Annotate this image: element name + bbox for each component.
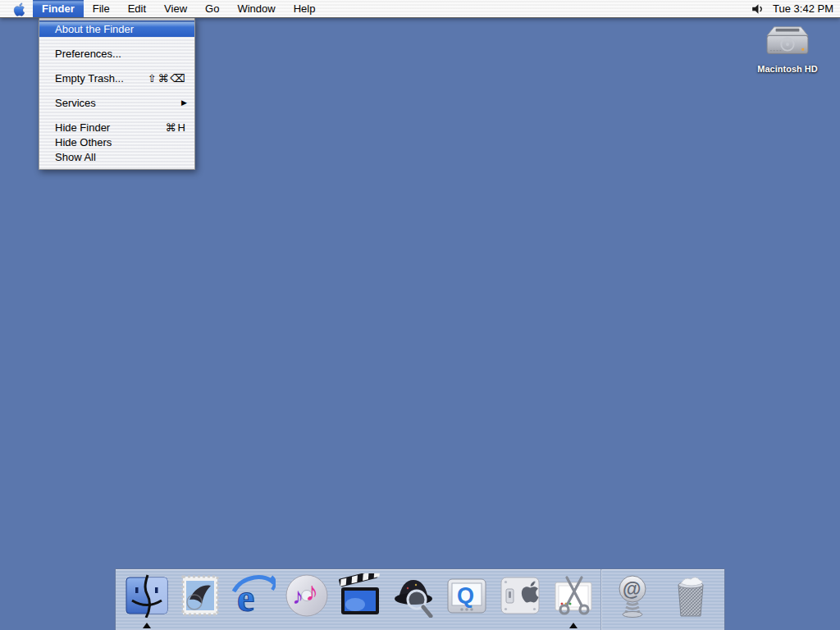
system-preferences-icon bbox=[498, 573, 542, 618]
trash-icon bbox=[669, 573, 713, 618]
svg-text:Q: Q bbox=[457, 583, 474, 608]
menu-separator bbox=[39, 37, 194, 46]
menu-title-view[interactable]: View bbox=[155, 0, 196, 17]
running-indicator bbox=[569, 623, 578, 628]
menu-item-hide-others[interactable]: Hide Others bbox=[39, 135, 194, 149]
menu-item-services[interactable]: Services ▶ bbox=[39, 95, 194, 110]
menu-titles: Finder File Edit View Go Window Help bbox=[33, 0, 324, 17]
menu-item-preferences[interactable]: Preferences... bbox=[39, 46, 194, 61]
dock-item-web-link[interactable]: @ bbox=[603, 573, 661, 629]
menu-separator bbox=[39, 61, 194, 71]
menu-item-label: About the Finder bbox=[55, 23, 134, 35]
menu-separator bbox=[39, 110, 194, 120]
dock-item-grab[interactable] bbox=[546, 573, 600, 629]
menu-title-finder[interactable]: Finder bbox=[33, 0, 84, 17]
menu-bar: Finder File Edit View Go Window Help Tue… bbox=[0, 0, 840, 18]
dock-item-mail[interactable] bbox=[173, 573, 226, 629]
menu-title-file[interactable]: File bbox=[84, 0, 119, 17]
menu-item-shortcut: ⌘H bbox=[166, 121, 187, 134]
dock-item-itunes[interactable]: ♪ ♪ bbox=[280, 573, 333, 629]
dock-item-quicktime[interactable]: Q bbox=[440, 573, 493, 629]
apple-logo-icon bbox=[11, 1, 25, 16]
imovie-clapperboard-icon bbox=[338, 573, 382, 618]
dock: e ♪ ♪ bbox=[115, 568, 725, 630]
dock-item-sherlock[interactable] bbox=[386, 573, 440, 629]
quicktime-icon: Q bbox=[445, 573, 489, 618]
submenu-arrow-icon: ▶ bbox=[181, 98, 187, 107]
sherlock-hat-icon bbox=[391, 573, 436, 618]
finder-icon bbox=[125, 573, 169, 618]
menu-bar-status-area: Tue 3:42 PM bbox=[751, 0, 840, 17]
menu-title-go[interactable]: Go bbox=[196, 0, 228, 17]
finder-dropdown-menu: About the Finder Preferences... Empty Tr… bbox=[39, 18, 195, 170]
speaker-volume-icon[interactable] bbox=[751, 2, 764, 16]
menu-item-label: Hide Others bbox=[55, 136, 112, 148]
apple-menu[interactable] bbox=[0, 0, 33, 17]
itunes-cd-icon: ♪ ♪ bbox=[285, 573, 329, 618]
menu-separator bbox=[39, 85, 194, 95]
svg-text:♪: ♪ bbox=[292, 583, 304, 609]
desktop: { "menu_bar": { "menus": [ {"label": "Fi… bbox=[0, 0, 840, 630]
menu-item-label: Empty Trash... bbox=[55, 72, 124, 84]
dock-item-finder[interactable] bbox=[120, 573, 173, 629]
menu-item-label: Show All bbox=[55, 151, 96, 163]
menu-item-about-the-finder[interactable]: About the Finder bbox=[39, 21, 194, 37]
menu-item-hide-finder[interactable]: Hide Finder ⌘H bbox=[39, 120, 194, 135]
menu-title-edit[interactable]: Edit bbox=[119, 0, 155, 17]
dock-item-system-preferences[interactable] bbox=[493, 573, 546, 629]
at-spring-icon: @ bbox=[610, 573, 655, 618]
menu-item-label: Preferences... bbox=[55, 48, 121, 60]
menu-title-help[interactable]: Help bbox=[285, 0, 325, 17]
running-indicator bbox=[143, 623, 151, 628]
menu-item-label: Services bbox=[55, 97, 96, 109]
menu-item-shortcut: ⇧⌘⌫ bbox=[148, 72, 187, 84]
dock-item-trash[interactable] bbox=[661, 573, 719, 629]
svg-text:@: @ bbox=[623, 578, 641, 600]
menu-item-empty-trash[interactable]: Empty Trash... ⇧⌘⌫ bbox=[39, 71, 194, 85]
internet-explorer-icon: e bbox=[231, 573, 276, 618]
menu-title-window[interactable]: Window bbox=[228, 0, 284, 17]
dock-item-imovie[interactable] bbox=[333, 573, 386, 629]
desktop-icon-macintosh-hd[interactable]: Macintosh HD bbox=[748, 24, 827, 74]
svg-text:♪: ♪ bbox=[305, 577, 318, 606]
menu-item-label: Hide Finder bbox=[55, 121, 110, 134]
menu-bar-clock[interactable]: Tue 3:42 PM bbox=[773, 2, 833, 15]
desktop-icon-label: Macintosh HD bbox=[757, 64, 817, 74]
hard-drive-icon bbox=[762, 24, 813, 63]
mail-stamp-icon bbox=[178, 573, 222, 618]
dock-separator bbox=[600, 569, 602, 630]
dock-item-internet-explorer[interactable]: e bbox=[226, 573, 280, 629]
grab-scissors-icon bbox=[551, 573, 596, 618]
menu-item-show-all[interactable]: Show All bbox=[39, 149, 194, 164]
